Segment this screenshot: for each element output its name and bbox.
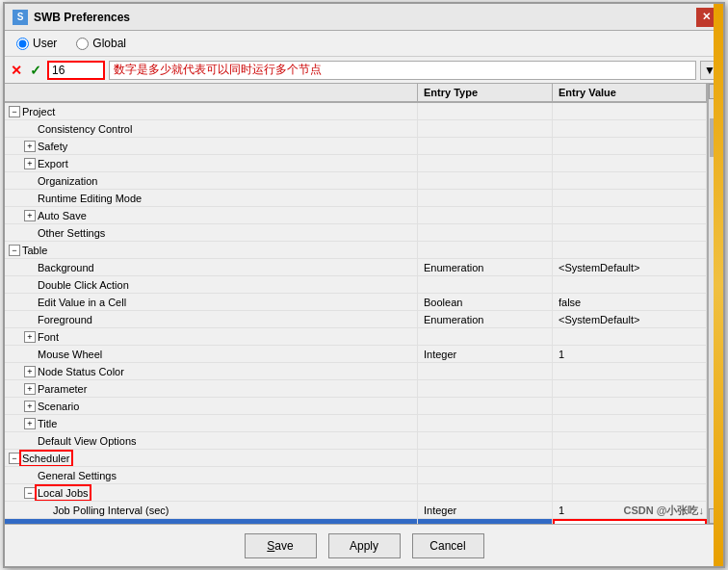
expand-button[interactable]: +	[24, 141, 36, 152]
entry-value-cell	[553, 190, 707, 206]
tree-node-label: Local Jobs	[38, 487, 89, 499]
expand-button[interactable]: −	[9, 245, 20, 256]
search-input[interactable]	[47, 61, 105, 80]
entry-type-cell	[418, 363, 553, 379]
entry-type-cell	[418, 415, 553, 431]
cancel-button[interactable]: Cancel	[412, 533, 484, 558]
user-radio-option[interactable]: User	[16, 37, 57, 50]
save-button[interactable]: Save	[245, 533, 317, 558]
dialog-title: SWB Preferences	[34, 11, 130, 24]
tree-node-label: General Settings	[38, 470, 117, 481]
close-button[interactable]: ✕	[696, 8, 715, 27]
expand-button[interactable]: −	[24, 487, 36, 499]
tree-body: −ProjectConsistency Control+Safety+Expor…	[5, 103, 707, 524]
tree-node-label: Scenario	[38, 401, 79, 412]
search-bar: ✕ ✓ 数字是多少就代表可以同时运行多个节点 ▼	[5, 57, 723, 84]
table-row[interactable]: Other Settings	[5, 224, 707, 242]
table-row[interactable]: −Scheduler	[5, 450, 707, 467]
table-row[interactable]: General Settings	[5, 467, 707, 484]
entry-value-cell	[553, 155, 707, 171]
entry-type-cell: Integer	[418, 346, 553, 362]
tree-node-label: Background	[38, 262, 94, 273]
expand-button[interactable]: +	[24, 331, 36, 343]
entry-type-cell: Integer	[418, 519, 553, 524]
header-entry-type: Entry Type	[418, 84, 553, 101]
entry-value-cell	[553, 398, 707, 414]
global-radio-option[interactable]: Global	[76, 37, 126, 50]
entry-value-cell	[553, 328, 707, 345]
tree-node-label: Export	[38, 158, 68, 169]
entry-value-cell	[553, 432, 707, 449]
tree-node-label: Other Settings	[38, 227, 105, 239]
table-row[interactable]: Maximum Number of Simultaneous JobIntege…	[5, 519, 707, 524]
entry-type-cell	[418, 484, 553, 501]
tree-node-label: Auto Save	[38, 210, 87, 221]
table-row[interactable]: Runtime Editing Mode	[5, 190, 707, 207]
table-row[interactable]: +Parameter	[5, 380, 707, 398]
tree-node-label: Project	[22, 106, 55, 117]
table-row[interactable]: BackgroundEnumeration<SystemDefault>	[5, 259, 707, 276]
expand-button[interactable]: +	[24, 210, 36, 221]
entry-value-cell	[553, 363, 707, 379]
entry-value-cell: 1	[553, 346, 707, 362]
entry-value-cell	[553, 276, 707, 293]
table-row[interactable]: +Title	[5, 415, 707, 432]
global-radio[interactable]	[76, 38, 89, 50]
tree-node-label: Node Status Color	[38, 366, 124, 377]
expand-button[interactable]: +	[24, 418, 36, 429]
table-row[interactable]: Job Polling Interval (sec)Integer1	[5, 502, 707, 519]
entry-value-cell	[553, 103, 707, 119]
table-row[interactable]: −Table	[5, 242, 707, 259]
table-row[interactable]: Default View Options	[5, 432, 707, 450]
entry-type-cell	[418, 224, 553, 241]
entry-value-cell	[553, 224, 707, 241]
global-radio-label: Global	[92, 37, 126, 50]
entry-value-cell: <SystemDefault>	[553, 311, 707, 327]
entry-type-cell	[418, 398, 553, 414]
tree-node-label: Job Polling Interval (sec)	[53, 505, 169, 516]
table-row[interactable]: Mouse WheelInteger1	[5, 346, 707, 363]
user-radio[interactable]	[16, 38, 29, 50]
tree-node-label: Title	[38, 418, 57, 429]
search-cancel-icon[interactable]: ✕	[9, 63, 24, 78]
table-row[interactable]: Double Click Action	[5, 276, 707, 294]
search-hint: 数字是多少就代表可以同时运行多个节点	[109, 61, 696, 80]
preferences-dialog: S SWB Preferences ✕ User Global ✕ ✓ 数字是多…	[3, 2, 725, 568]
table-row[interactable]: −Local Jobs	[5, 484, 707, 502]
table-row[interactable]: +Export	[5, 155, 707, 172]
table-row[interactable]: Organization	[5, 172, 707, 190]
tree-node-label: Parameter	[38, 383, 87, 395]
expand-button[interactable]: +	[24, 383, 36, 395]
table-row[interactable]: ForegroundEnumeration<SystemDefault>	[5, 311, 707, 328]
search-confirm-icon[interactable]: ✓	[28, 63, 43, 78]
apply-button[interactable]: Apply	[328, 533, 401, 558]
table-row[interactable]: −Project	[5, 103, 707, 120]
entry-value-cell	[553, 207, 707, 223]
expand-button[interactable]: +	[24, 401, 36, 412]
expand-button[interactable]: −	[9, 106, 20, 117]
expand-button[interactable]: +	[24, 158, 36, 169]
entry-value-cell: false	[553, 294, 707, 310]
tree-node-label: Safety	[38, 141, 67, 152]
entry-value-cell	[553, 120, 707, 137]
entry-type-cell: Boolean	[418, 294, 553, 310]
expand-button[interactable]: −	[9, 453, 20, 464]
table-row[interactable]: +Node Status Color	[5, 363, 707, 380]
entry-type-cell: Enumeration	[418, 311, 553, 327]
expand-button[interactable]: +	[24, 366, 36, 377]
entry-type-cell	[418, 103, 553, 119]
entry-value-cell	[553, 242, 707, 258]
entry-type-cell	[418, 190, 553, 206]
entry-type-cell	[418, 155, 553, 171]
table-row[interactable]: +Scenario	[5, 398, 707, 415]
entry-type-cell	[418, 328, 553, 345]
entry-type-cell	[418, 207, 553, 223]
entry-type-cell: Integer	[418, 502, 553, 518]
apply-label: Apply	[350, 539, 378, 553]
table-row[interactable]: Consistency Control	[5, 120, 707, 138]
table-row[interactable]: Edit Value in a CellBooleanfalse	[5, 294, 707, 311]
table-row[interactable]: +Safety	[5, 138, 707, 155]
table-row[interactable]: +Font	[5, 328, 707, 346]
entry-type-cell	[418, 276, 553, 293]
table-row[interactable]: +Auto Save	[5, 207, 707, 224]
